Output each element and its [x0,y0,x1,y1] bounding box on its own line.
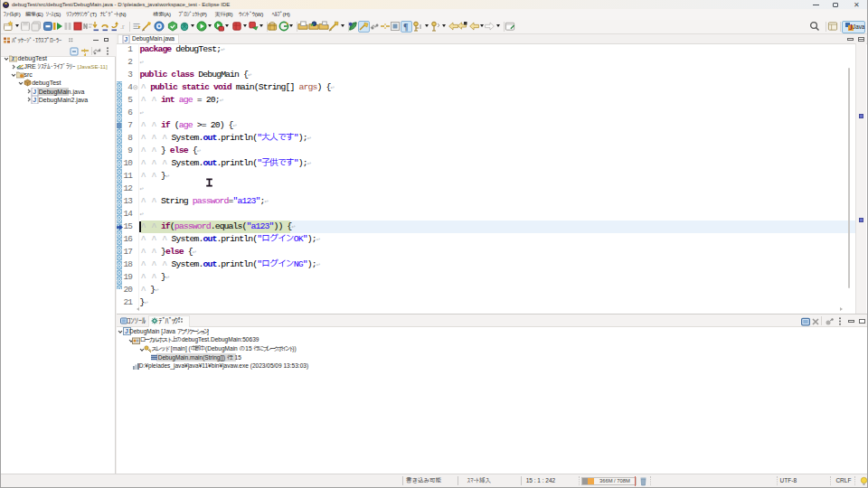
svg-text:.r: .r [120,23,125,31]
svg-text:J: J [849,23,853,32]
svg-text:J: J [33,97,36,103]
svg-text:J: J [124,36,127,42]
svg-text:J: J [125,328,128,334]
svg-text:J: J [12,56,14,61]
svg-text:J: J [33,89,36,95]
svg-text:¶: ¶ [403,22,408,32]
